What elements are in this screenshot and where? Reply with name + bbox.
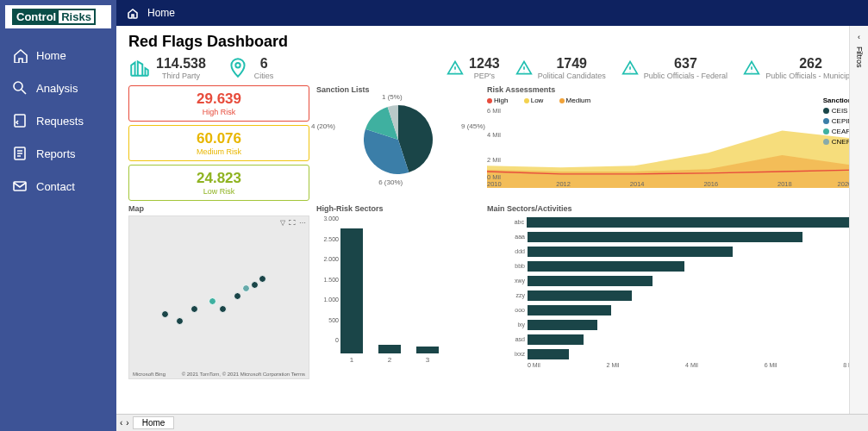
svg-rect-1 xyxy=(15,115,25,127)
alerts-row: 1243PEP's 1749Political Candidates 637Pu… xyxy=(446,56,856,80)
brand-logo: ControlRisks xyxy=(5,5,111,28)
svg-text:6 Mil: 6 Mil xyxy=(487,108,501,115)
expand-icon[interactable]: ⛶ xyxy=(289,219,296,227)
main-sectors-panel: Main Sectors/Activities abc aaa ddd bbb … xyxy=(487,204,856,377)
filter-icon[interactable]: ▽ xyxy=(280,219,285,227)
report-icon xyxy=(12,146,28,161)
svg-text:2018: 2018 xyxy=(777,181,792,188)
map-panel: Map ▽⛶⋯ Microsoft Bing © 2021 TomTom, © … xyxy=(128,204,309,377)
content: Red Flags Dashboard 114.538Third Party 6… xyxy=(116,26,868,431)
tab-home[interactable]: Home xyxy=(133,416,175,429)
nav-analysis[interactable]: Analysis xyxy=(0,72,116,104)
map[interactable]: ▽⛶⋯ Microsoft Bing © 2021 TomTom, © 2021… xyxy=(128,216,309,379)
nav-home-label: Home xyxy=(36,49,66,62)
svg-point-4 xyxy=(235,63,240,67)
alert-icon xyxy=(515,59,533,77)
high-risk-sectors-panel: High-Risk Sectors 3.0002.5002.0001.5001.… xyxy=(316,204,480,377)
sectors-bar-chart[interactable]: abc aaa ddd bbb xwy zzy ooo ixy asd ixxz… xyxy=(487,216,856,371)
risk-high[interactable]: 29.639High Risk xyxy=(128,85,309,122)
svg-rect-3 xyxy=(14,182,26,191)
topbar: Home xyxy=(116,0,868,26)
home-icon xyxy=(127,7,139,19)
nav-analysis-label: Analysis xyxy=(36,82,78,95)
nav-home[interactable]: Home xyxy=(0,39,116,72)
breadcrumb: Home xyxy=(147,7,175,19)
alert-candidates: 1749Political Candidates xyxy=(515,56,606,80)
chevron-left-icon[interactable]: ‹ xyxy=(858,33,860,41)
nav-contact-label: Contact xyxy=(36,180,75,193)
nav-requests-label: Requests xyxy=(36,115,84,128)
filters-sidebar[interactable]: ‹ Filtros ▽ xyxy=(849,26,868,431)
sidebar: ControlRisks Home Analysis Requests Repo… xyxy=(0,0,116,431)
risk-low[interactable]: 24.823Low Risk xyxy=(128,165,309,201)
sanction-pie-chart[interactable] xyxy=(364,105,433,174)
svg-text:2010: 2010 xyxy=(487,181,502,188)
high-risk-bar-chart[interactable]: 3.0002.5002.0001.5001.0005000 1 2 3 xyxy=(316,216,480,353)
tab-prev[interactable]: ‹ xyxy=(120,418,122,428)
pin-icon xyxy=(227,57,249,79)
alert-icon xyxy=(446,59,464,77)
kpi-cities: 6Cities xyxy=(227,56,274,80)
svg-text:4 Mil: 4 Mil xyxy=(487,132,501,139)
risk-medium[interactable]: 60.076Medium Risk xyxy=(128,125,309,161)
nav-contact[interactable]: Contact xyxy=(0,170,116,203)
home-icon xyxy=(12,47,28,63)
svg-point-0 xyxy=(14,82,22,91)
risk-area-chart[interactable]: 201020122014 201620182020 6 Mil4 Mil2 Mi… xyxy=(487,106,856,188)
svg-text:2 Mil: 2 Mil xyxy=(487,157,501,164)
buildings-icon xyxy=(128,57,151,79)
sanction-lists-panel: Sanction Lists 1 (5%) 9 (45%) 6 (30%) 4 … xyxy=(316,85,480,197)
nav-requests[interactable]: Requests xyxy=(0,104,116,137)
svg-text:2012: 2012 xyxy=(556,181,571,188)
tab-next[interactable]: › xyxy=(126,418,128,428)
alert-federal: 637Public Officials - Federal xyxy=(621,56,727,80)
page-title: Red Flags Dashboard xyxy=(128,33,856,51)
svg-text:2016: 2016 xyxy=(703,181,718,188)
kpi-thirdparty: 114.538Third Party xyxy=(128,56,206,80)
bottom-tabs: ‹ › Home xyxy=(116,414,868,431)
alert-peps: 1243PEP's xyxy=(446,56,500,80)
alert-municipal: 262Public Officials - Municipal xyxy=(743,56,856,80)
request-icon xyxy=(12,113,28,128)
search-icon xyxy=(12,80,28,96)
alert-icon xyxy=(621,59,639,77)
risk-assessments-panel: Risk Assessments High Low Medium Sanctio… xyxy=(487,85,856,197)
svg-text:0 Mil: 0 Mil xyxy=(487,175,501,182)
nav-reports[interactable]: Reports xyxy=(0,137,116,170)
alert-icon xyxy=(743,59,760,77)
svg-text:2014: 2014 xyxy=(630,181,645,188)
risk-cards: 29.639High Risk 60.076Medium Risk 24.823… xyxy=(128,85,309,197)
nav-reports-label: Reports xyxy=(36,147,76,160)
main: Home Red Flags Dashboard 114.538Third Pa… xyxy=(116,0,868,431)
mail-icon xyxy=(12,178,28,194)
